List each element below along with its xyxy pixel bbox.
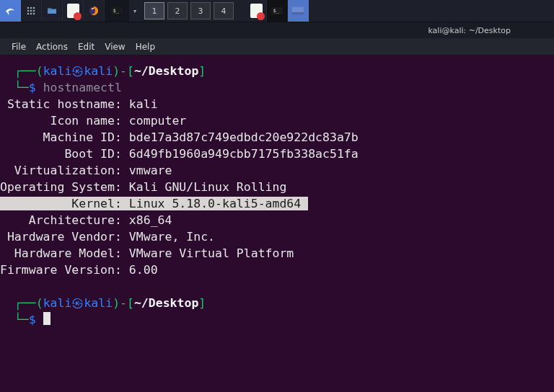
svg-point-5 bbox=[33, 10, 35, 12]
svg-point-7 bbox=[30, 13, 32, 15]
workspace-1[interactable]: 1 bbox=[144, 2, 164, 19]
menu-actions[interactable]: Actions bbox=[32, 40, 72, 54]
terminal-content: ┌──(kali㉿kali)-[~/Desktop] └─$ hostnamec… bbox=[0, 63, 548, 328]
menu-help[interactable]: Help bbox=[131, 40, 159, 54]
workspace-switcher: 1 2 3 4 bbox=[143, 0, 235, 22]
taskbar: $_ ▾ 1 2 3 4 $_ bbox=[0, 0, 554, 22]
workspace-2[interactable]: 2 bbox=[167, 2, 188, 19]
workspace-4[interactable]: 4 bbox=[214, 2, 234, 19]
kali-menu-icon[interactable] bbox=[0, 0, 21, 22]
svg-point-4 bbox=[30, 10, 32, 12]
svg-point-0 bbox=[27, 7, 30, 9]
svg-rect-15 bbox=[292, 12, 304, 14]
window-titlebar: kali@kali: ~/Desktop bbox=[0, 22, 554, 38]
svg-point-6 bbox=[27, 13, 30, 15]
terminal-window[interactable]: $_ bbox=[267, 0, 288, 22]
launcher-chevron-icon[interactable]: ▾ bbox=[130, 0, 140, 22]
menu-edit[interactable]: Edit bbox=[74, 40, 99, 54]
menubar: File Actions Edit View Help bbox=[0, 38, 554, 55]
activities-icon[interactable] bbox=[21, 0, 42, 22]
svg-text:$_: $_ bbox=[273, 8, 279, 14]
menu-view[interactable]: View bbox=[100, 40, 129, 54]
svg-point-8 bbox=[33, 13, 35, 15]
window-title: kali@kali: ~/Desktop bbox=[428, 26, 511, 35]
svg-point-2 bbox=[33, 7, 35, 9]
terminal-launcher-icon[interactable]: $_ bbox=[105, 0, 130, 22]
cursor bbox=[43, 312, 50, 325]
files-icon[interactable] bbox=[42, 0, 63, 22]
menu-file[interactable]: File bbox=[7, 40, 30, 54]
doc-badge-window[interactable] bbox=[246, 0, 267, 22]
doc-badge-icon[interactable] bbox=[63, 0, 84, 22]
svg-point-1 bbox=[30, 7, 32, 9]
terminal[interactable]: ┌──(kali㉿kali)-[~/Desktop] └─$ hostnamec… bbox=[0, 55, 554, 392]
highlighted-app-window[interactable] bbox=[288, 0, 309, 22]
workspace-3[interactable]: 3 bbox=[190, 2, 211, 19]
svg-text:$_: $_ bbox=[113, 8, 119, 14]
svg-point-3 bbox=[27, 10, 30, 12]
firefox-icon[interactable] bbox=[84, 0, 105, 22]
